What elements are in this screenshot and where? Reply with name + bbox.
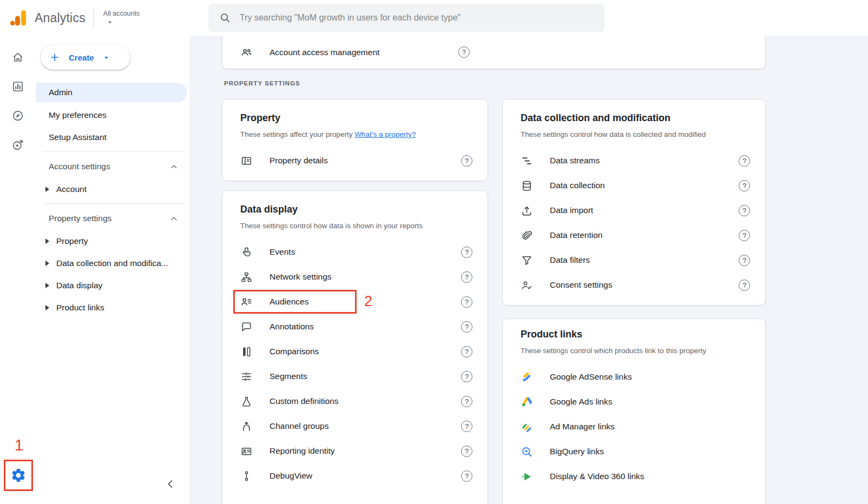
help-icon[interactable]: ? (461, 396, 472, 407)
sidebar-section-property-settings[interactable]: Property settings (36, 207, 189, 230)
app-logo[interactable]: Analytics (0, 8, 86, 28)
settings-row-google-ads-links[interactable]: Google Ads links (521, 389, 750, 414)
expand-arrow-icon[interactable] (45, 261, 49, 266)
help-icon[interactable]: ? (739, 180, 750, 191)
settings-row-bigquery-links[interactable]: BigQuery links (521, 439, 750, 464)
settings-row-label: Channel groups (269, 421, 328, 431)
settings-row-channel-groups[interactable]: Channel groups ? (240, 414, 472, 439)
help-icon[interactable]: ? (739, 230, 750, 241)
sidebar-item-label: Property (56, 236, 88, 246)
help-icon[interactable]: ? (461, 446, 472, 457)
card-title: Product links (521, 328, 750, 341)
help-icon[interactable]: ? (461, 247, 472, 258)
collapse-sidebar-icon[interactable] (165, 478, 176, 490)
help-icon[interactable]: ? (461, 321, 472, 333)
card-title: Data display (240, 203, 472, 216)
sidebar-item-account[interactable]: Account (36, 178, 189, 200)
settings-row-label: Display & Video 360 links (550, 472, 645, 481)
funnel-icon (521, 254, 533, 267)
settings-row-consent-settings[interactable]: Consent settings ? (521, 273, 750, 297)
help-icon[interactable]: ? (461, 470, 472, 482)
nav-admin-gear[interactable] (5, 461, 31, 489)
help-icon[interactable]: ? (461, 421, 472, 432)
sidebar-section-account-settings[interactable]: Account settings (36, 155, 189, 178)
gear-icon (10, 467, 27, 483)
settings-row-network-settings[interactable]: Network settings ? (240, 264, 472, 289)
settings-row-comparisons[interactable]: Comparisons ? (240, 339, 472, 364)
help-icon[interactable]: ? (739, 280, 750, 291)
settings-row-ad-manager-links[interactable]: Ad Manager links (521, 414, 750, 439)
settings-row-segments[interactable]: Segments ? (240, 364, 472, 389)
expand-arrow-icon[interactable] (45, 283, 49, 288)
settings-row-events[interactable]: Events ? (240, 240, 472, 264)
search-bar[interactable] (208, 4, 604, 32)
data-display-card: Data display These settings control how … (222, 190, 488, 504)
help-icon[interactable]: ? (458, 47, 470, 58)
audiences-icon (240, 296, 253, 308)
help-icon[interactable]: ? (739, 255, 750, 266)
help-icon[interactable]: ? (461, 155, 472, 167)
sidebar-item-data-collection[interactable]: Data collection and modifica... (36, 252, 189, 274)
settings-row-data-streams[interactable]: Data streams ? (521, 148, 750, 173)
settings-row-audiences[interactable]: Audiences 2 ? (240, 289, 472, 314)
settings-row-data-collection[interactable]: Data collection ? (521, 173, 750, 198)
settings-row-debugview[interactable]: DebugView ? (240, 463, 472, 488)
help-icon[interactable]: ? (461, 346, 472, 357)
database-icon (521, 180, 533, 192)
settings-row-label: Annotations (269, 322, 314, 331)
debug-icon (240, 470, 253, 482)
account-switcher[interactable]: All accounts (103, 10, 140, 26)
card-description-text: These settings affect your property (240, 130, 353, 138)
sidebar-item-label: Data display (56, 281, 102, 290)
search-input[interactable] (240, 13, 594, 23)
card-description: These settings control how data is colle… (521, 130, 750, 140)
expand-arrow-icon[interactable] (45, 238, 49, 244)
settings-row-data-filters[interactable]: Data filters ? (521, 248, 750, 273)
settings-row-custom-definitions[interactable]: Custom definitions ? (240, 389, 472, 414)
settings-row-adsense-links[interactable]: Google AdSense links (521, 364, 750, 389)
sidebar-item-property[interactable]: Property (36, 230, 189, 252)
settings-row-property-details[interactable]: Property details ? (240, 148, 472, 173)
badge-icon (240, 445, 253, 457)
nav-rail: 1 (0, 36, 36, 504)
data-collection-card: Data collection and modification These s… (502, 99, 766, 306)
streams-icon (521, 155, 533, 167)
settings-row-annotations[interactable]: Annotations ? (240, 314, 472, 339)
section-label: Account settings (49, 162, 110, 171)
help-icon[interactable]: ? (739, 205, 750, 216)
settings-row-account-access[interactable]: Account access management ? (240, 40, 470, 65)
nav-advertising[interactable] (0, 130, 36, 160)
property-card: Property These settings affect your prop… (222, 99, 488, 181)
people-icon (240, 46, 253, 58)
settings-row-dv360-links[interactable]: Display & Video 360 links (521, 464, 750, 489)
plus-icon (49, 52, 60, 63)
settings-row-label: Data retention (550, 230, 602, 240)
nav-explore[interactable] (0, 101, 36, 130)
create-button[interactable]: Create (41, 45, 130, 70)
sidebar-item-my-preferences[interactable]: My preferences (36, 104, 189, 126)
settings-row-data-retention[interactable]: Data retention ? (521, 223, 750, 248)
expand-arrow-icon[interactable] (45, 305, 49, 310)
touch-icon (240, 246, 253, 258)
help-icon[interactable]: ? (461, 371, 472, 382)
expand-arrow-icon[interactable] (45, 187, 49, 192)
whats-a-property-link[interactable]: What's a property? (354, 130, 416, 138)
sidebar-item-product-links[interactable]: Product links (36, 296, 189, 319)
sidebar-item-data-display[interactable]: Data display (36, 274, 189, 296)
annotation-step-2: 2 (364, 294, 372, 309)
help-icon[interactable]: ? (739, 155, 750, 167)
help-icon[interactable]: ? (461, 271, 472, 283)
app-name: Analytics (35, 11, 86, 25)
sidebar-item-setup-assistant[interactable]: Setup Assistant (36, 126, 189, 148)
sidebar-item-admin[interactable]: Admin (36, 83, 187, 102)
help-icon[interactable]: ? (461, 296, 472, 308)
settings-row-label: Google Ads links (550, 397, 612, 407)
settings-row-data-import[interactable]: Data import ? (521, 198, 750, 223)
sidebar-item-label: Account (56, 184, 87, 194)
nav-home[interactable] (0, 43, 36, 72)
settings-row-reporting-identity[interactable]: Reporting identity ? (240, 439, 472, 463)
nav-reports[interactable] (0, 72, 36, 101)
settings-row-label: Data collection (550, 181, 605, 190)
bar-chart-icon (11, 80, 24, 93)
settings-row-label: Account access management (269, 48, 379, 57)
